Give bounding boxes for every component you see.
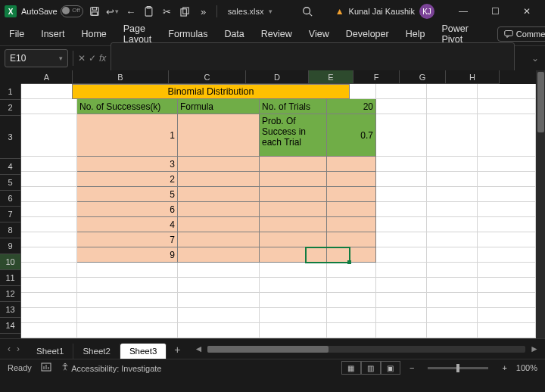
- avatar[interactable]: KJ: [419, 4, 434, 19]
- cell[interactable]: [427, 232, 478, 247]
- row-header-15[interactable]: 15: [0, 334, 21, 338]
- cell[interactable]: [478, 187, 536, 202]
- cell[interactable]: [21, 172, 77, 187]
- user-name[interactable]: Kunal Jai Kaushik: [349, 7, 415, 16]
- cell[interactable]: [327, 187, 376, 202]
- warning-icon[interactable]: ▲: [335, 6, 344, 17]
- stats-icon[interactable]: [41, 362, 51, 373]
- cell[interactable]: [376, 84, 427, 99]
- scroll-right-icon[interactable]: ►: [530, 344, 539, 354]
- cell[interactable]: [376, 114, 427, 157]
- cell[interactable]: [376, 293, 427, 308]
- cell[interactable]: [21, 187, 77, 202]
- col-header-E[interactable]: E: [309, 70, 353, 84]
- close-button[interactable]: ✕: [513, 1, 540, 22]
- cell[interactable]: [77, 263, 178, 278]
- overflow-icon[interactable]: »: [197, 5, 210, 18]
- tab-view[interactable]: View: [307, 26, 331, 42]
- tab-file[interactable]: File: [8, 26, 26, 42]
- cell[interactable]: 5: [77, 187, 178, 202]
- scroll-left-icon[interactable]: ◄: [195, 344, 204, 354]
- cell[interactable]: [260, 232, 327, 247]
- cell[interactable]: [260, 323, 327, 338]
- cell[interactable]: 2: [77, 172, 178, 187]
- col-header-C[interactable]: C: [169, 70, 246, 84]
- vertical-scrollbar[interactable]: [536, 70, 545, 338]
- cell[interactable]: [427, 293, 478, 308]
- zoom-in-button[interactable]: +: [502, 363, 506, 372]
- cell[interactable]: 1: [77, 114, 178, 157]
- undo-icon[interactable]: ↩▾: [106, 5, 120, 18]
- cell[interactable]: [178, 157, 260, 172]
- cell[interactable]: [21, 84, 77, 99]
- title-cell[interactable]: Binomial Distribution: [72, 84, 350, 99]
- cell[interactable]: [427, 114, 478, 157]
- cell[interactable]: [478, 202, 536, 217]
- cell[interactable]: [77, 278, 178, 293]
- cell[interactable]: [376, 232, 427, 247]
- row-header-9[interactable]: 9: [0, 238, 21, 254]
- sheet-tab-2[interactable]: Sheet2: [73, 344, 120, 359]
- cell[interactable]: [327, 232, 376, 247]
- expand-formula-icon[interactable]: ⌄: [530, 53, 540, 64]
- cell[interactable]: [178, 217, 260, 232]
- cell[interactable]: 0.7: [327, 114, 376, 157]
- cell[interactable]: [260, 187, 327, 202]
- cell[interactable]: [327, 263, 376, 278]
- cell[interactable]: [427, 323, 478, 338]
- cell[interactable]: [21, 114, 77, 157]
- cell[interactable]: [260, 263, 327, 278]
- cell[interactable]: [376, 187, 427, 202]
- cell[interactable]: [260, 202, 327, 217]
- row-header-3[interactable]: 3: [0, 116, 21, 159]
- cell[interactable]: [260, 308, 327, 323]
- cell[interactable]: [178, 202, 260, 217]
- search-icon[interactable]: [301, 5, 314, 18]
- cell[interactable]: [327, 278, 376, 293]
- cell[interactable]: [478, 217, 536, 232]
- tab-insert[interactable]: Insert: [39, 26, 66, 42]
- col-header-D[interactable]: D: [246, 70, 309, 84]
- row-header-10[interactable]: 10: [0, 254, 21, 270]
- cell[interactable]: 3: [77, 157, 178, 172]
- cell[interactable]: 7: [77, 232, 178, 247]
- cell[interactable]: [21, 217, 77, 232]
- cell[interactable]: 9: [77, 247, 178, 263]
- cell[interactable]: [427, 278, 478, 293]
- sheet-tab-1[interactable]: Sheet1: [27, 344, 73, 359]
- cancel-icon[interactable]: ✕: [78, 53, 86, 64]
- cell[interactable]: [478, 99, 536, 114]
- cell[interactable]: [77, 323, 178, 338]
- cell[interactable]: [178, 323, 260, 338]
- cell[interactable]: [21, 263, 77, 278]
- save-icon[interactable]: [88, 5, 101, 18]
- zoom-level[interactable]: 100%: [516, 363, 537, 372]
- cell[interactable]: [478, 232, 536, 247]
- zoom-slider[interactable]: [428, 367, 488, 369]
- cell[interactable]: [77, 293, 178, 308]
- cell[interactable]: [178, 114, 260, 157]
- tab-help[interactable]: Help: [404, 26, 427, 42]
- cell[interactable]: No. of Successes(k): [77, 99, 178, 114]
- col-header-F[interactable]: F: [353, 70, 400, 84]
- cell[interactable]: [178, 308, 260, 323]
- cell[interactable]: [376, 202, 427, 217]
- cell[interactable]: [376, 172, 427, 187]
- cell[interactable]: [178, 172, 260, 187]
- cut-icon[interactable]: ✂: [160, 5, 174, 18]
- cell[interactable]: [427, 172, 478, 187]
- cell[interactable]: [478, 278, 536, 293]
- spreadsheet-grid[interactable]: ABCDEFGH 123456789101112131415 Binomial …: [0, 70, 545, 338]
- zoom-out-button[interactable]: −: [410, 363, 414, 372]
- cell[interactable]: [478, 114, 536, 157]
- cell[interactable]: [178, 278, 260, 293]
- fx-icon[interactable]: fx: [99, 53, 106, 64]
- cell[interactable]: [427, 202, 478, 217]
- cell[interactable]: [327, 172, 376, 187]
- cell[interactable]: [376, 247, 427, 263]
- cell[interactable]: [427, 247, 478, 263]
- cell[interactable]: [478, 84, 536, 99]
- formula-bar[interactable]: [111, 42, 515, 74]
- row-header-14[interactable]: 14: [0, 318, 21, 334]
- cell[interactable]: Formula: [178, 99, 260, 114]
